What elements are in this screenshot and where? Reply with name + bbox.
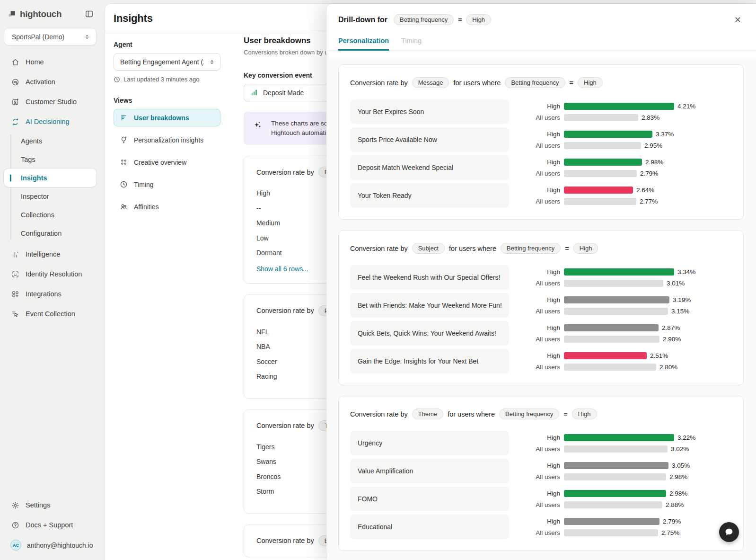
sidebar-collapse-icon[interactable] bbox=[84, 9, 95, 19]
sidebar-item-tags[interactable]: Tags bbox=[0, 150, 102, 169]
bar-value: 3.02% bbox=[671, 445, 689, 453]
breakdown-pill[interactable]: Message bbox=[412, 77, 449, 88]
chevron-updown-icon bbox=[84, 34, 90, 40]
sidebar-item-docs-support[interactable]: Docs + Support bbox=[0, 515, 102, 535]
bar-value: 2.80% bbox=[659, 364, 677, 371]
sidebar-nav: HomeActivationCustomer StudioAI Decision… bbox=[0, 52, 102, 324]
sidebar-item-ai-decisioning[interactable]: AI Decisioning bbox=[0, 112, 102, 132]
drawer-header: Drill-down for Betting frequency = High bbox=[326, 4, 756, 26]
sidebar-item-agents[interactable]: Agents bbox=[0, 132, 102, 150]
sidebar-item-home[interactable]: Home bbox=[0, 52, 102, 72]
category-label: Urgency bbox=[350, 431, 509, 455]
sidebar-footer: SettingsDocs + Support AC anthony@highto… bbox=[0, 495, 102, 555]
bar-value: 3.37% bbox=[656, 131, 674, 138]
card-title-text: Conversion rate by bbox=[256, 537, 314, 544]
agent-select[interactable]: Betting Engagement Agent (... bbox=[114, 53, 220, 71]
bar-line: All users3.02% bbox=[523, 445, 695, 453]
tab-timing[interactable]: Timing bbox=[401, 37, 422, 51]
bar-value: 2.77% bbox=[640, 198, 658, 205]
bar-group: High4.21%All users2.83% bbox=[523, 103, 695, 121]
sidebar-item-configuration[interactable]: Configuration bbox=[0, 224, 102, 242]
bar-group: High2.51%All users2.80% bbox=[523, 352, 677, 371]
customer-studio-icon bbox=[11, 98, 19, 106]
bar-line: High2.64% bbox=[523, 187, 658, 194]
logo-row: hightouch bbox=[0, 6, 102, 24]
bar-value: 2.75% bbox=[661, 529, 679, 536]
bar-group: High3.37%All users2.95% bbox=[523, 131, 674, 149]
filter-dimension-pill: Betting frequency bbox=[499, 409, 559, 419]
bar-value: 2.88% bbox=[666, 501, 684, 508]
sidebar-item-activation[interactable]: Activation bbox=[0, 72, 102, 92]
sidebar-item-label: Home bbox=[26, 58, 44, 66]
drilldown-chart-theme: Conversion rate byThemefor users whereBe… bbox=[338, 396, 744, 551]
sidebar-item-label: Customer Studio bbox=[26, 98, 77, 106]
ai-decisioning-icon bbox=[11, 118, 19, 126]
bar-line: All users2.80% bbox=[523, 364, 677, 371]
category-label: Gain the Edge: Insights for Your Next Be… bbox=[350, 349, 509, 373]
view-item-user-breakdowns[interactable]: User breakdowns bbox=[114, 109, 220, 126]
sidebar-item-settings[interactable]: Settings bbox=[0, 495, 102, 515]
view-item-creative-overview[interactable]: Creative overview bbox=[114, 153, 220, 171]
chat-bubble-button[interactable] bbox=[719, 522, 739, 542]
bar-line: High3.37% bbox=[523, 131, 674, 138]
bar-value: 3.34% bbox=[677, 268, 695, 276]
chart-row: EducationalHigh2.79%All users2.75% bbox=[350, 515, 732, 539]
series-name: All users bbox=[523, 445, 560, 453]
sidebar-item-customer-studio[interactable]: Customer Studio bbox=[0, 92, 102, 112]
account-menu[interactable]: AC anthony@hightouch.io bbox=[0, 535, 102, 555]
chart-title: Conversion rate byThemefor users whereBe… bbox=[350, 409, 732, 419]
view-item-affinities[interactable]: Affinities bbox=[114, 198, 220, 215]
sidebar-item-insights[interactable]: Insights bbox=[4, 169, 97, 187]
workspace-selector[interactable]: SportsPal (Demo) bbox=[4, 28, 97, 45]
banner-text: These charts are so Hightouch automati bbox=[271, 119, 327, 138]
category-label: Educational bbox=[350, 515, 509, 539]
sparkles-icon bbox=[252, 120, 263, 130]
bar-group: High2.79%All users2.75% bbox=[523, 518, 681, 536]
view-item-personalization-insights[interactable]: Personalization insights bbox=[114, 131, 220, 149]
bar-line: All users2.95% bbox=[523, 142, 674, 149]
view-item-timing[interactable]: Timing bbox=[114, 176, 220, 193]
filter-dimension-pill: Betting frequency bbox=[505, 77, 565, 88]
bar-value: 4.21% bbox=[677, 103, 695, 110]
view-item-label: Personalization insights bbox=[134, 136, 203, 144]
series-name: All users bbox=[523, 170, 560, 177]
chart-rows: Your Bet Expires SoonHigh4.21%All users2… bbox=[350, 99, 732, 208]
sidebar-item-collections[interactable]: Collections bbox=[0, 205, 102, 224]
activation-icon bbox=[11, 78, 19, 86]
close-icon[interactable] bbox=[732, 14, 744, 26]
series-name: High bbox=[523, 131, 560, 138]
bar-value: 2.87% bbox=[662, 324, 680, 331]
bar-group: High2.98%All users2.88% bbox=[523, 490, 687, 508]
sidebar-item-intelligence[interactable]: Intelligence bbox=[0, 244, 102, 264]
chart-title-middle: for users where bbox=[453, 79, 501, 87]
breakdown-pill[interactable]: Theme bbox=[412, 409, 443, 419]
drilldown-chart-message: Conversion rate byMessagefor users where… bbox=[338, 64, 744, 220]
sidebar-item-label: Event Collection bbox=[26, 310, 75, 318]
filters-column: Agent Betting Engagement Agent (... Last… bbox=[114, 41, 227, 220]
bar-green bbox=[564, 490, 666, 497]
logo-text: hightouch bbox=[20, 9, 62, 19]
sidebar-item-inspector[interactable]: Inspector bbox=[0, 187, 102, 205]
sidebar-item-integrations[interactable]: Integrations bbox=[0, 284, 102, 304]
sidebar-item-label: Tags bbox=[21, 156, 35, 163]
sidebar-item-event-collection[interactable]: Event Collection bbox=[0, 304, 102, 324]
bar-green bbox=[564, 103, 674, 110]
sidebar-item-label: Settings bbox=[26, 501, 50, 509]
equals-sign: = bbox=[570, 79, 573, 87]
series-name: High bbox=[523, 462, 560, 469]
bar-group: High2.87%All users2.90% bbox=[523, 324, 681, 343]
bar-line: All users2.98% bbox=[523, 473, 690, 480]
tab-personalization[interactable]: Personalization bbox=[338, 37, 389, 51]
sidebar-item-identity-resolution[interactable]: Identity Resolution bbox=[0, 264, 102, 284]
chart-row: Feel the Weekend Rush with Our Special O… bbox=[350, 265, 732, 290]
chart-rows: UrgencyHigh3.22%All users3.02%Value Ampl… bbox=[350, 431, 732, 539]
bar-value: 3.22% bbox=[677, 434, 695, 441]
card-title-text: Conversion rate by bbox=[256, 422, 314, 429]
sidebar-item-label: Insights bbox=[21, 174, 47, 182]
bar-line: High2.98% bbox=[523, 490, 687, 497]
category-label: Your Token Ready bbox=[350, 183, 509, 208]
bar-red bbox=[564, 187, 633, 194]
bar-line: All users2.75% bbox=[523, 529, 681, 536]
category-label: Value Amplification bbox=[350, 459, 509, 483]
breakdown-pill[interactable]: Subject bbox=[412, 243, 445, 254]
